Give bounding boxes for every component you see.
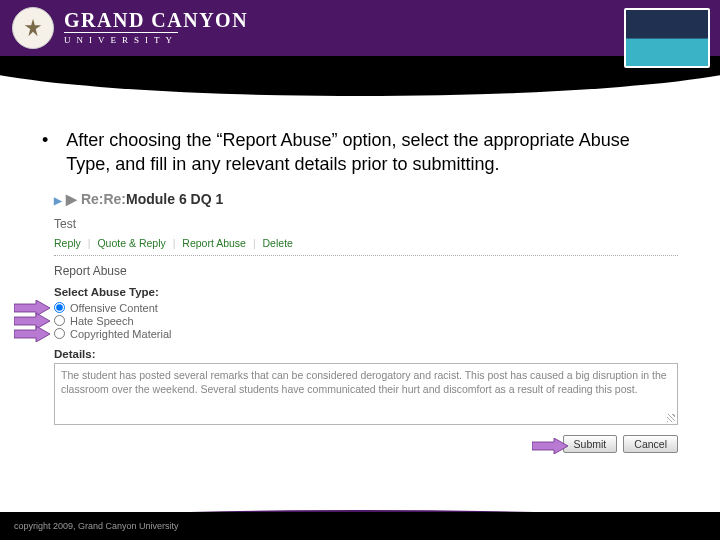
details-text: The student has posted several remarks t… — [61, 369, 667, 396]
slide-footer: copyright 2009, Grand Canyon University — [0, 512, 720, 540]
test-label: Test — [54, 217, 678, 231]
logo-line-1: GRAND CANYON — [64, 10, 248, 30]
select-abuse-type-label: Select Abuse Type: — [54, 286, 678, 298]
delete-link[interactable]: Delete — [263, 237, 293, 249]
button-row: Submit Cancel — [54, 435, 678, 453]
thread-title-text: Module 6 DQ 1 — [126, 191, 223, 207]
radio-label: Copyrighted Material — [70, 328, 172, 340]
thread-prefix: ▶ Re:Re: — [66, 191, 126, 207]
radio-hate-speech[interactable]: Hate Speech — [54, 315, 678, 327]
resize-grip-icon[interactable] — [667, 414, 675, 422]
post-actions: Reply | Quote & Reply | Report Abuse | D… — [54, 237, 678, 249]
details-label: Details: — [54, 348, 678, 360]
radio-offensive-content[interactable]: Offensive Content — [54, 302, 678, 314]
copyright-text: copyright 2009, Grand Canyon University — [14, 521, 179, 531]
callout-arrow-icon — [14, 326, 50, 342]
radio-input[interactable] — [54, 302, 65, 313]
details-textarea[interactable]: The student has posted several remarks t… — [54, 363, 678, 425]
reply-link[interactable]: Reply — [54, 237, 81, 249]
callout-arrow-icon — [532, 438, 568, 454]
logo-line-2: UNIVERSITY — [64, 32, 178, 45]
submit-button[interactable]: Submit — [563, 435, 618, 453]
report-abuse-link[interactable]: Report Abuse — [182, 237, 246, 249]
svg-marker-3 — [532, 438, 568, 454]
divider — [54, 255, 678, 256]
slide-header: GRAND CANYON UNIVERSITY — [0, 0, 720, 56]
header-swoosh — [0, 56, 720, 116]
instruction-bullet: • After choosing the “Report Abuse” opti… — [42, 128, 678, 177]
bullet-dot: • — [42, 128, 48, 177]
radio-input[interactable] — [54, 315, 65, 326]
report-abuse-heading: Report Abuse — [54, 264, 678, 278]
svg-marker-2 — [14, 326, 50, 342]
thread-title-row: ▶▶ Re:Re:Module 6 DQ 1 — [54, 191, 678, 207]
radio-label: Hate Speech — [70, 315, 134, 327]
radio-input[interactable] — [54, 328, 65, 339]
header-decorative-photo — [624, 8, 710, 68]
embedded-screenshot: ▶▶ Re:Re:Module 6 DQ 1 Test Reply | Quot… — [54, 191, 678, 453]
slide-content: • After choosing the “Report Abuse” opti… — [0, 116, 720, 453]
instruction-text: After choosing the “Report Abuse” option… — [66, 128, 678, 177]
university-logo-text: GRAND CANYON UNIVERSITY — [64, 10, 248, 46]
expand-arrow-icon: ▶ — [54, 195, 62, 206]
quote-reply-link[interactable]: Quote & Reply — [97, 237, 165, 249]
university-seal-icon — [12, 7, 54, 49]
radio-copyrighted-material[interactable]: Copyrighted Material — [54, 328, 678, 340]
radio-label: Offensive Content — [70, 302, 158, 314]
cancel-button[interactable]: Cancel — [623, 435, 678, 453]
